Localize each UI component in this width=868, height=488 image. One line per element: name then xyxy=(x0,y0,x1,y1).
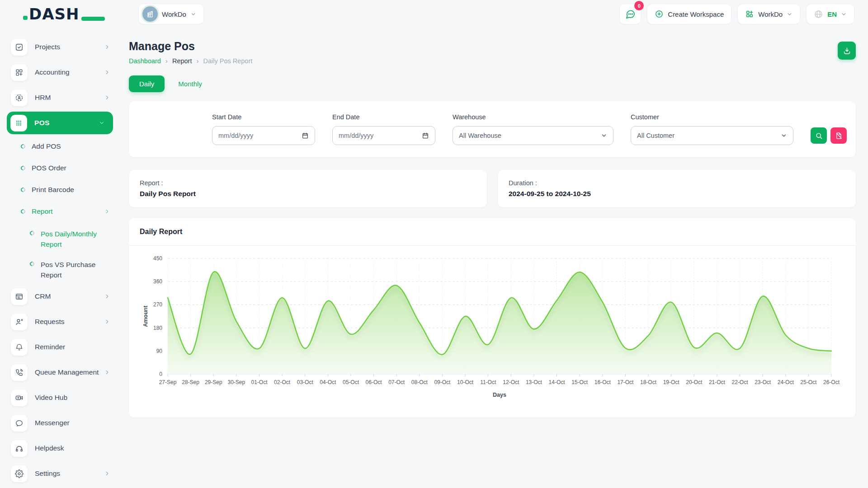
create-workspace-button[interactable]: Create Workspace xyxy=(647,4,731,24)
sidebar-item-messenger[interactable]: Messenger xyxy=(0,410,122,436)
svg-text:29-Sep: 29-Sep xyxy=(205,379,222,385)
sidebar-item-label: Requests xyxy=(35,318,64,326)
reset-button[interactable] xyxy=(830,127,847,144)
svg-text:360: 360 xyxy=(153,278,162,285)
chevron-right-icon xyxy=(104,94,110,101)
sidebar-item-reminder[interactable]: Reminder xyxy=(0,334,122,360)
language-selector[interactable]: EN xyxy=(806,4,854,24)
breadcrumb-separator: › xyxy=(196,57,198,65)
svg-text:24-Oct: 24-Oct xyxy=(778,379,794,385)
grid-plus-icon xyxy=(745,9,754,19)
dash-logo[interactable]: DASH xyxy=(29,5,97,23)
workspace-name: WorkDo xyxy=(162,10,186,18)
sidebar-item-print-barcode[interactable]: Print Barcode xyxy=(0,179,122,201)
svg-text:Days: Days xyxy=(493,392,506,398)
sidebar-item-settings[interactable]: Settings xyxy=(0,461,122,486)
calendar-icon[interactable] xyxy=(302,132,309,139)
svg-text:15-Oct: 15-Oct xyxy=(571,379,588,385)
sidebar-item-pos[interactable]: POS xyxy=(7,112,113,134)
duration-value: 2024-09-25 to 2024-10-25 xyxy=(509,190,845,198)
sidebar-item-label: Video Hub xyxy=(35,394,67,402)
search-button[interactable] xyxy=(811,127,827,144)
svg-text:26-Oct: 26-Oct xyxy=(823,379,840,385)
file-off-icon xyxy=(835,132,843,140)
create-workspace-label: Create Workspace xyxy=(668,10,724,18)
sidebar-item-pos-order[interactable]: POS Order xyxy=(0,157,122,179)
sidebar-item-label: Print Barcode xyxy=(32,186,74,194)
messages-button[interactable]: 0 xyxy=(619,4,641,24)
filter-actions xyxy=(811,127,847,145)
duration-label: Duration : xyxy=(509,179,845,187)
sidebar-item-accounting[interactable]: Accounting xyxy=(0,60,122,85)
filter-card: Start Date mm/dd/yyyy End Date mm/dd/yyy… xyxy=(129,101,856,157)
sidebar-item-add-pos[interactable]: Add POS xyxy=(0,136,122,157)
sidebar-item-report[interactable]: Report xyxy=(0,201,122,222)
end-date-placeholder: mm/dd/yyyy xyxy=(339,132,373,139)
daily-report-card: Daily Report 09018027036045027-Sep28-Sep… xyxy=(129,218,856,418)
sidebar-item-requests[interactable]: Requests xyxy=(0,309,122,334)
sidebar-item-label: POS Order xyxy=(32,164,66,172)
svg-text:Amount: Amount xyxy=(142,305,149,327)
customer-select[interactable]: All Customer xyxy=(631,126,793,145)
sidebar-item-label: Projects xyxy=(35,43,60,51)
svg-text:10-Oct: 10-Oct xyxy=(457,379,474,385)
breadcrumb-item-daily-pos-report: Daily Pos Report xyxy=(203,57,252,65)
user-plus-icon xyxy=(11,314,28,330)
report-mode-tabs: Daily Monthly xyxy=(129,75,856,92)
sidebar-item-crm[interactable]: CRM xyxy=(0,284,122,309)
svg-text:03-Oct: 03-Oct xyxy=(297,379,314,385)
messenger-icon xyxy=(11,415,28,432)
top-header: DASH WorkDo 0 Create W xyxy=(0,0,868,28)
workdo-menu-button[interactable]: WorkDo xyxy=(737,4,800,24)
sidebar-item-label: Accounting xyxy=(35,68,70,76)
svg-text:90: 90 xyxy=(156,348,163,354)
bullet-icon xyxy=(20,208,26,215)
chevron-right-icon xyxy=(104,44,110,50)
workspace-avatar building-icon xyxy=(142,6,158,22)
breadcrumb: Dashboard›Report›Daily Pos Report xyxy=(129,57,856,65)
svg-text:01-Oct: 01-Oct xyxy=(251,379,268,385)
tab-daily[interactable]: Daily xyxy=(129,75,165,92)
sidebar-item-pos-vs-purchase-report[interactable]: Pos VS Purchase Report xyxy=(0,253,122,284)
report-value: Daily Pos Report xyxy=(140,190,476,198)
download-button[interactable] xyxy=(838,42,856,60)
sidebar-item-hrm[interactable]: HRM xyxy=(0,85,122,110)
tab-monthly[interactable]: Monthly xyxy=(178,80,202,88)
chart-area: 09018027036045027-Sep28-Sep29-Sep30-Sep0… xyxy=(129,246,856,418)
sidebar-item-projects[interactable]: Projects xyxy=(0,34,122,60)
svg-text:05-Oct: 05-Oct xyxy=(343,379,359,385)
svg-text:07-Oct: 07-Oct xyxy=(388,379,405,385)
sidebar-item-queue-management[interactable]: Queue Management xyxy=(0,360,122,385)
page-title: Manage Pos xyxy=(129,40,856,53)
summary-row: Report : Daily Pos Report Duration : 202… xyxy=(129,170,856,207)
customer-field: Customer All Customer xyxy=(631,113,793,145)
breadcrumb-item-dashboard[interactable]: Dashboard xyxy=(129,57,161,65)
chevron-down-icon xyxy=(781,132,787,139)
svg-text:02-Oct: 02-Oct xyxy=(274,379,291,385)
chevron-down-icon xyxy=(841,11,847,17)
customer-label: Customer xyxy=(631,113,793,121)
messages-icon xyxy=(625,9,636,19)
svg-text:04-Oct: 04-Oct xyxy=(320,379,336,385)
sidebar-navigation: ProjectsAccountingHRMPOSAdd POSPOS Order… xyxy=(0,28,122,488)
calendar-icon[interactable] xyxy=(422,132,429,139)
sidebar-item-video-hub[interactable]: Video Hub xyxy=(0,385,122,410)
sidebar-item-helpdesk[interactable]: Helpdesk xyxy=(0,436,122,461)
svg-text:25-Oct: 25-Oct xyxy=(800,379,817,385)
sidebar-item-pos-daily-monthly-report[interactable]: Pos Daily/Monthly Report xyxy=(0,222,122,253)
warehouse-label: Warehouse xyxy=(453,113,613,121)
breadcrumb-item-report[interactable]: Report xyxy=(172,57,192,65)
chevron-right-icon xyxy=(104,208,110,215)
svg-text:14-Oct: 14-Oct xyxy=(549,379,566,385)
start-date-input[interactable]: mm/dd/yyyy xyxy=(212,126,315,145)
svg-text:23-Oct: 23-Oct xyxy=(755,379,771,385)
warehouse-value: All Warehouse xyxy=(459,132,501,139)
breadcrumb-separator: › xyxy=(165,57,168,65)
report-label: Report : xyxy=(140,179,476,187)
crm-icon xyxy=(11,288,28,305)
language-code: EN xyxy=(827,10,837,18)
workspace-selector[interactable]: WorkDo xyxy=(138,4,204,24)
warehouse-select[interactable]: All Warehouse xyxy=(453,126,613,145)
sidebar-item-label: Reminder xyxy=(35,343,65,351)
end-date-input[interactable]: mm/dd/yyyy xyxy=(332,126,435,145)
